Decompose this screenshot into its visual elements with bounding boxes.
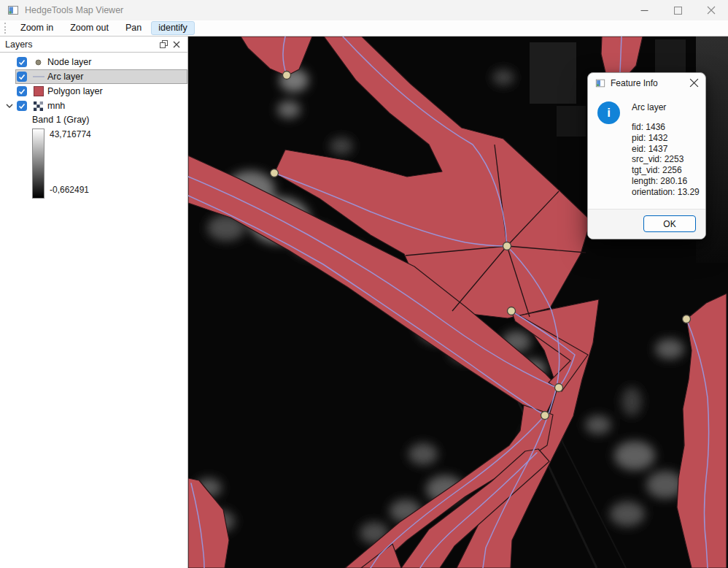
layer-label: Polygon layer	[47, 86, 103, 96]
layer-label: mnh	[47, 101, 65, 111]
close-button-icon[interactable]	[694, 0, 728, 20]
zoom-out-button[interactable]: Zoom out	[63, 21, 116, 35]
dialog-footer: OK	[588, 209, 705, 239]
zoom-in-button[interactable]: Zoom in	[13, 21, 61, 35]
feature-field: tgt_vid: 2256	[632, 165, 700, 176]
feature-field: length: 280.16	[632, 176, 700, 187]
ok-button[interactable]: OK	[643, 215, 696, 232]
title-bar: HedgeTools Map Viewer	[0, 0, 728, 20]
feature-field: orientation: 13.29	[632, 187, 700, 198]
dialog-app-icon	[595, 78, 605, 88]
layer-label: Node layer	[47, 57, 91, 67]
raster-legend: Band 1 (Gray) 43,716774 -0,662491	[32, 115, 187, 199]
toolbar-grip-handle[interactable]	[4, 23, 9, 34]
raster-patch	[530, 42, 576, 104]
minimize-button-icon[interactable]	[627, 0, 661, 20]
maximize-button-icon[interactable]	[661, 0, 694, 20]
node-point-icon	[32, 57, 44, 67]
legend-min-value: -0,662491	[50, 185, 91, 195]
legend-max-value: 43,716774	[50, 129, 91, 139]
dialog-title: Feature Info	[611, 78, 689, 88]
mnh-layer-checkbox[interactable]	[17, 101, 27, 111]
feature-field: src_vid: 2253	[632, 154, 700, 165]
feature-field: pid: 1432	[632, 133, 700, 144]
expand-chevron-icon[interactable]	[4, 103, 15, 109]
float-panel-icon[interactable]	[157, 38, 170, 51]
layers-panel: Layers	[0, 37, 188, 568]
map-canvas[interactable]: Feature Info i Arc layer fid: 1436 pid: …	[188, 37, 728, 568]
feature-field: fid: 1436	[632, 122, 700, 133]
raster-patch	[655, 39, 686, 74]
node-layer-checkbox[interactable]	[17, 57, 27, 67]
dialog-title-bar[interactable]: Feature Info	[588, 73, 705, 93]
raster-checker-icon	[32, 101, 44, 111]
feature-field: eid: 1437	[632, 144, 700, 155]
dialog-close-icon[interactable]	[689, 78, 699, 88]
feature-layer-name: Arc layer	[632, 102, 700, 112]
feature-info-dialog: Feature Info i Arc layer fid: 1436 pid: …	[587, 72, 706, 239]
layers-panel-title: Layers	[5, 39, 157, 50]
band-label: Band 1 (Gray)	[32, 115, 187, 125]
toolbar: Zoom in Zoom out Pan identify	[0, 20, 728, 36]
identify-button[interactable]: identify	[151, 21, 195, 35]
app-window: HedgeTools Map Viewer Zoom in Zoom out P…	[0, 0, 728, 568]
window-title: HedgeTools Map Viewer	[25, 5, 627, 15]
raster-patch	[557, 106, 586, 137]
arc-line-icon	[32, 72, 44, 82]
polygon-swatch-icon	[32, 86, 44, 96]
pan-button[interactable]: Pan	[118, 21, 149, 35]
info-icon: i	[597, 101, 620, 124]
polygon-layer-checkbox[interactable]	[17, 86, 27, 96]
app-icon	[7, 4, 19, 16]
layer-row-arc[interactable]: Arc layer	[0, 69, 187, 84]
layer-row-mnh[interactable]: mnh	[0, 99, 187, 113]
layers-panel-header: Layers	[0, 37, 187, 53]
close-panel-icon[interactable]	[170, 38, 183, 51]
layer-tree: Node layer Arc layer	[0, 53, 187, 199]
layer-label: Arc layer	[47, 72, 83, 82]
arc-layer-checkbox[interactable]	[17, 72, 27, 82]
dialog-body: i Arc layer fid: 1436 pid: 1432 eid: 143…	[588, 93, 705, 210]
layer-row-polygon[interactable]: Polygon layer	[0, 84, 187, 99]
layer-row-node[interactable]: Node layer	[0, 55, 187, 69]
gray-gradient-bar	[32, 128, 44, 199]
